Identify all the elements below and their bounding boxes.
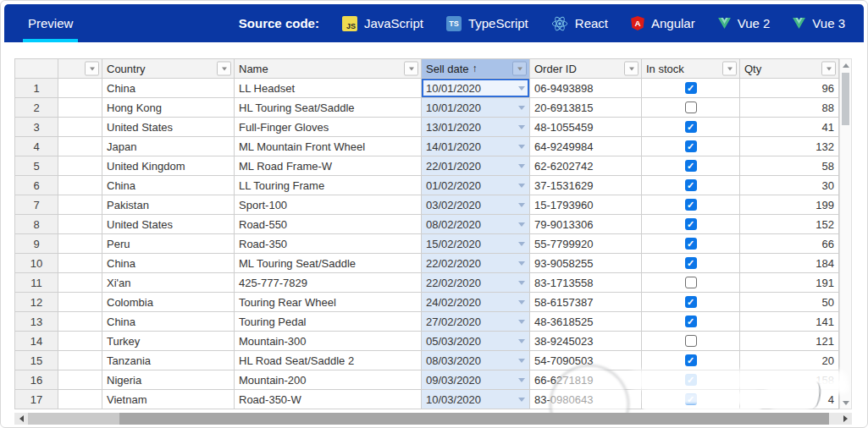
cell-blank[interactable] [58, 118, 102, 137]
cell-name[interactable]: LL Headset [235, 79, 422, 98]
cell-in-stock[interactable] [642, 293, 740, 312]
cell-name[interactable]: HL Touring Seat/Saddle [235, 98, 422, 118]
cell-country[interactable]: Vietnam [102, 390, 235, 409]
in-stock-checkbox-checked[interactable] [685, 296, 697, 308]
cell-blank[interactable] [58, 195, 102, 215]
cell-in-stock[interactable] [642, 79, 740, 98]
cell-country[interactable]: Xi'an [102, 273, 235, 293]
cell-country[interactable]: Peru [102, 234, 235, 254]
cell-country[interactable]: Turkey [102, 332, 235, 351]
cell-country[interactable]: China [102, 312, 235, 332]
row-number-cell[interactable]: 6 [14, 176, 58, 195]
scroll-up-button[interactable] [840, 59, 851, 71]
date-dropdown-icon[interactable] [518, 203, 525, 207]
cell-qty[interactable]: 41 [740, 118, 839, 137]
link-react[interactable]: React [551, 15, 608, 32]
cell-qty[interactable]: 4 [740, 390, 839, 409]
date-dropdown-icon[interactable] [518, 339, 525, 343]
scroll-right-button[interactable] [838, 413, 852, 425]
filter-dropdown-button[interactable] [512, 62, 527, 76]
link-javascript[interactable]: JS JavaScript [342, 16, 423, 31]
cell-country[interactable]: Tanzania [102, 351, 235, 370]
cell-qty[interactable]: 88 [740, 98, 839, 118]
row-number-cell[interactable]: 11 [14, 273, 58, 293]
in-stock-checkbox-unchecked[interactable] [685, 277, 697, 288]
cell-qty[interactable]: 141 [740, 312, 839, 332]
cell-name[interactable]: Mountain-300 [235, 332, 422, 351]
date-dropdown-icon[interactable] [518, 222, 525, 227]
link-vue2[interactable]: Vue 2 [718, 16, 771, 30]
cell-qty[interactable]: 191 [740, 273, 839, 293]
cell-order-id[interactable]: 79-9013306 [530, 215, 642, 234]
cell-order-id[interactable]: 48-1055459 [530, 118, 642, 137]
cell-qty[interactable]: 58 [740, 156, 839, 176]
cell-in-stock[interactable] [642, 176, 740, 195]
column-header-sell-date[interactable]: Sell date ↑ [422, 58, 530, 79]
cell-order-id[interactable]: 83-1713558 [530, 273, 642, 293]
horizontal-scrollbar-track[interactable] [829, 413, 838, 425]
cell-name[interactable]: 425-777-7829 [235, 273, 422, 293]
in-stock-checkbox-checked[interactable] [685, 82, 697, 94]
cell-blank[interactable] [58, 137, 102, 156]
cell-qty[interactable]: 132 [740, 137, 839, 156]
cell-blank[interactable] [58, 156, 102, 176]
cell-sell-date[interactable]: 22/02/2020 [422, 273, 530, 293]
cell-qty[interactable]: 199 [740, 195, 839, 215]
cell-name[interactable]: Mountain-200 [235, 370, 422, 390]
cell-order-id[interactable]: 38-9245023 [530, 332, 642, 351]
date-dropdown-icon[interactable] [518, 242, 525, 246]
cell-in-stock[interactable] [642, 351, 740, 370]
cell-sell-date[interactable]: 08/03/2020 [422, 351, 530, 370]
date-dropdown-icon[interactable] [518, 281, 525, 285]
in-stock-checkbox-checked[interactable] [685, 354, 697, 366]
row-number-cell[interactable]: 13 [14, 312, 58, 332]
cell-qty[interactable]: 20 [740, 351, 839, 370]
cell-country[interactable]: Japan [102, 137, 235, 156]
link-angular[interactable]: A Angular [631, 16, 695, 30]
cell-in-stock[interactable] [642, 195, 740, 215]
scroll-left-button[interactable] [14, 413, 28, 425]
cell-sell-date[interactable]: 22/02/2020 [422, 254, 530, 273]
cell-order-id[interactable]: 83-0980643 [530, 390, 642, 409]
cell-sell-date[interactable]: 13/01/2020 [422, 118, 530, 137]
cell-qty[interactable]: 96 [740, 79, 839, 98]
cell-order-id[interactable]: 37-1531629 [530, 176, 642, 195]
cell-name[interactable]: HL Road Seat/Saddle 2 [235, 351, 422, 370]
filter-dropdown-button[interactable] [722, 62, 737, 76]
cell-blank[interactable] [58, 215, 102, 234]
row-number-cell[interactable]: 1 [14, 79, 58, 98]
cell-order-id[interactable]: 64-9249984 [530, 137, 642, 156]
cell-in-stock[interactable] [642, 312, 740, 332]
cell-blank[interactable] [58, 176, 102, 195]
cell-blank[interactable] [58, 234, 102, 254]
column-header-in-stock[interactable]: In stock [642, 58, 740, 79]
row-number-cell[interactable]: 16 [14, 370, 58, 390]
horizontal-scrollbar-thumb[interactable] [119, 413, 829, 425]
cell-country[interactable]: Hong Kong [102, 98, 235, 118]
date-dropdown-icon[interactable] [518, 86, 525, 91]
cell-sell-date[interactable]: 22/01/2020 [422, 156, 530, 176]
cell-country[interactable]: China [102, 79, 235, 98]
cell-in-stock[interactable] [642, 254, 740, 273]
date-dropdown-icon[interactable] [518, 300, 525, 305]
row-number-cell[interactable]: 5 [14, 156, 58, 176]
cell-order-id[interactable]: 58-6157387 [530, 293, 642, 312]
cell-in-stock[interactable] [642, 137, 740, 156]
cell-country[interactable]: United States [102, 215, 235, 234]
cell-name[interactable]: ML Touring Seat/Saddle [235, 254, 422, 273]
cell-sell-date[interactable]: 01/02/2020 [422, 176, 530, 195]
cell-blank[interactable] [58, 332, 102, 351]
in-stock-checkbox-checked[interactable] [685, 316, 697, 327]
cell-country[interactable]: Pakistan [102, 195, 235, 215]
in-stock-checkbox-checked[interactable] [685, 179, 697, 191]
filter-dropdown-button[interactable] [85, 62, 99, 76]
corner-header-cell[interactable] [14, 58, 58, 79]
in-stock-checkbox-checked[interactable] [685, 374, 697, 386]
cell-order-id[interactable]: 20-6913815 [530, 98, 642, 118]
cell-blank[interactable] [58, 79, 102, 98]
cell-name[interactable]: Road-550 [235, 215, 422, 234]
cell-sell-date[interactable]: 10/01/2020 [422, 98, 530, 118]
row-number-cell[interactable]: 14 [14, 332, 58, 351]
date-dropdown-icon[interactable] [518, 261, 525, 266]
cell-name[interactable]: Touring Pedal [235, 312, 422, 332]
